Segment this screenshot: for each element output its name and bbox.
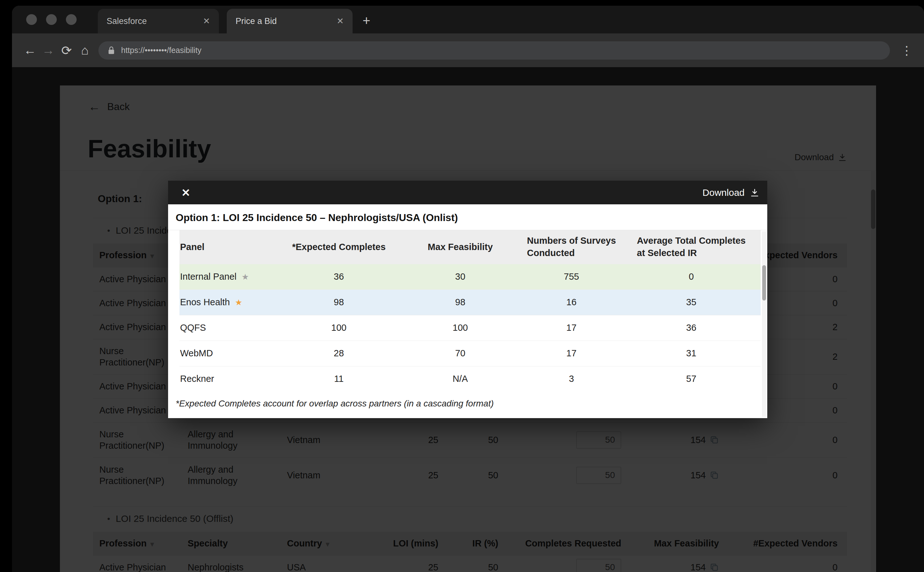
panel-cell-avg: 31 [622, 340, 761, 366]
column-label: *Expected Completes [292, 241, 386, 253]
feasibility-detail-modal: ✕ Download Option 1: LOI 25 Incidence 50… [168, 181, 767, 418]
panel-cell-avg: 36 [622, 315, 761, 340]
modal-header: ✕ Download [168, 181, 767, 204]
modal-scrollbar[interactable] [762, 232, 766, 417]
browser-menu-button[interactable]: ⋮ [898, 44, 915, 58]
panel-cell-surveys: 17 [521, 315, 622, 340]
panel-cell-maxfeas: 100 [399, 315, 521, 340]
tab-close-icon[interactable]: ✕ [203, 16, 210, 26]
panel-cell-panel: QQFS [179, 315, 278, 340]
panel-cell-panel: Internal Panel★ [179, 264, 278, 289]
panel-row: Internal Panel★36307550 [179, 264, 761, 289]
browser-window: Salesforce ✕ Price a Bid ✕ + ← → ⟳ ⌂ [12, 6, 924, 572]
panel-row: WebMD28701731 [179, 340, 761, 366]
browser-back-button[interactable]: ← [21, 41, 39, 60]
panel-name: QQFS [180, 323, 206, 333]
url-text: https://••••••••/feasibility [121, 46, 202, 55]
modal-download-button[interactable]: Download [703, 187, 760, 198]
column-label: Panel [180, 241, 204, 253]
back-arrow-icon: ← [24, 43, 36, 58]
plus-icon: + [363, 13, 371, 28]
window-controls [26, 14, 77, 25]
panel-cell-surveys: 3 [521, 366, 622, 392]
panel-cell-panel: Enos Health★ [179, 289, 278, 315]
modal-download-label: Download [703, 187, 745, 198]
star-icon: ★ [242, 272, 249, 281]
window-zoom-button[interactable] [66, 14, 77, 25]
window-close-button[interactable] [26, 14, 37, 25]
panel-cell-surveys: 755 [521, 264, 622, 289]
panel-column-header-expected: *Expected Completes [278, 230, 399, 264]
panel-cell-maxfeas: N/A [399, 366, 521, 392]
panel-cell-expected: 28 [278, 340, 399, 366]
kebab-menu-icon: ⋮ [901, 44, 913, 57]
panel-cell-expected: 36 [278, 264, 399, 289]
panel-cell-expected: 11 [278, 366, 399, 392]
modal-close-button[interactable]: ✕ [181, 187, 191, 199]
browser-toolbar: ← → ⟳ ⌂ https://••••••••/feasibility ⋮ [12, 33, 924, 67]
address-bar[interactable]: https://••••••••/feasibility [98, 41, 890, 60]
new-tab-button[interactable]: + [358, 12, 375, 29]
panel-cell-avg: 57 [622, 366, 761, 392]
panel-cell-panel: Reckner [179, 366, 278, 392]
modal-footnote: *Expected Completes account for overlap … [168, 392, 767, 416]
forward-arrow-icon: → [42, 43, 54, 58]
panel-column-header-panel: Panel [179, 230, 278, 264]
panel-name: Reckner [180, 374, 214, 384]
panel-row: Enos Health★98981635 [179, 289, 761, 315]
panel-row: Reckner11N/A357 [179, 366, 761, 392]
star-icon: ★ [235, 298, 242, 307]
panel-cell-maxfeas: 70 [399, 340, 521, 366]
panel-cell-surveys: 16 [521, 289, 622, 315]
panel-column-header-surveys: Numbers of Surveys Conducted [521, 230, 622, 264]
tab-strip: Salesforce ✕ Price a Bid ✕ + [98, 9, 375, 33]
lock-icon [107, 46, 115, 55]
panel-cell-expected: 100 [278, 315, 399, 340]
tab-price-a-bid[interactable]: Price a Bid ✕ [227, 9, 353, 33]
panel-name: WebMD [180, 348, 213, 358]
modal-title: Option 1: LOI 25 Incidence 50 – Nephrolo… [168, 204, 767, 230]
browser-home-button[interactable]: ⌂ [76, 41, 94, 60]
column-label: Numbers of Surveys Conducted [527, 235, 616, 259]
page-viewport: ← Back Feasibility Download Option 1: • … [12, 67, 924, 572]
browser-reload-button[interactable]: ⟳ [57, 41, 76, 60]
panel-name: Internal Panel [180, 272, 236, 281]
tab-label: Price a Bid [236, 16, 277, 26]
panel-cell-maxfeas: 30 [399, 264, 521, 289]
tab-close-icon[interactable]: ✕ [337, 16, 344, 26]
panel-table: Panel*Expected CompletesMax FeasibilityN… [179, 230, 761, 392]
browser-titlebar: Salesforce ✕ Price a Bid ✕ + [12, 6, 924, 33]
panel-row: QQFS1001001736 [179, 315, 761, 340]
home-icon: ⌂ [81, 43, 89, 58]
window-minimize-button[interactable] [46, 14, 57, 25]
tab-label: Salesforce [107, 16, 147, 26]
panel-name: Enos Health [180, 297, 230, 307]
panel-cell-avg: 0 [622, 264, 761, 289]
panel-column-header-maxfeas: Max Feasibility [399, 230, 521, 264]
browser-forward-button[interactable]: → [39, 41, 57, 60]
panel-cell-expected: 98 [278, 289, 399, 315]
scrollbar-thumb[interactable] [762, 265, 766, 300]
panel-cell-maxfeas: 98 [399, 289, 521, 315]
reload-icon: ⟳ [61, 43, 72, 58]
panel-column-header-avg: Average Total Completes at Selected IR [622, 230, 761, 264]
tab-salesforce[interactable]: Salesforce ✕ [98, 9, 219, 33]
download-icon [750, 188, 760, 198]
panel-cell-avg: 35 [622, 289, 761, 315]
column-label: Average Total Completes at Selected IR [637, 235, 746, 259]
panel-cell-panel: WebMD [179, 340, 278, 366]
panel-cell-surveys: 17 [521, 340, 622, 366]
column-label: Max Feasibility [428, 241, 492, 253]
